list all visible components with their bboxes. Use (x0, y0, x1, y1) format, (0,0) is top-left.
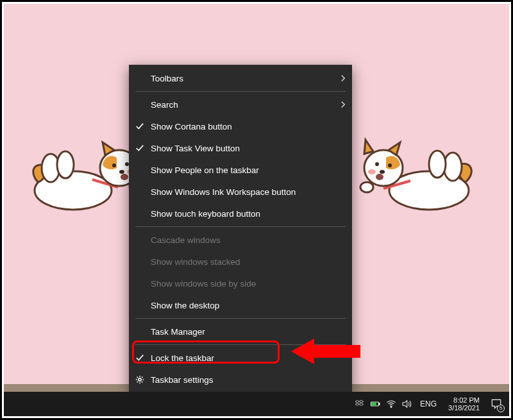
language-indicator[interactable]: ENG (416, 399, 441, 408)
menu-label: Search (151, 100, 334, 110)
clock[interactable]: 8:02 PM 3/18/2021 (444, 396, 484, 412)
menu-label: Show People on the taskbar (151, 165, 334, 175)
wallpaper-dog-right (355, 130, 477, 213)
menu-label: Toolbars (151, 74, 334, 83)
svg-rect-23 (379, 403, 380, 405)
menu-item-show-cortana[interactable]: Show Cortana button (129, 115, 352, 137)
menu-separator (135, 91, 346, 92)
svg-point-12 (429, 151, 446, 178)
svg-point-20 (139, 378, 141, 381)
svg-point-2 (57, 151, 74, 178)
check-icon (129, 122, 151, 131)
menu-label: Taskbar settings (151, 375, 334, 385)
svg-point-18 (368, 169, 376, 174)
menu-label: Show the desktop (151, 301, 334, 310)
clock-time: 8:02 PM (453, 396, 480, 404)
menu-item-show-desktop[interactable]: Show the desktop (129, 294, 352, 316)
menu-separator (135, 226, 346, 227)
svg-point-14 (375, 162, 379, 166)
menu-label: Cascade windows (151, 235, 334, 245)
svg-point-17 (376, 174, 383, 180)
gear-icon (129, 375, 151, 384)
menu-item-search[interactable]: Search (129, 94, 352, 115)
menu-item-toolbars[interactable]: Toolbars (129, 67, 352, 89)
action-center-icon[interactable]: 5 (487, 395, 505, 413)
battery-icon[interactable] (370, 398, 382, 410)
system-tray: ENG 8:02 PM 3/18/2021 5 (355, 392, 505, 416)
menu-label: Show Windows Ink Workspace button (151, 187, 334, 197)
action-center-badge: 5 (497, 405, 505, 412)
check-icon (129, 353, 151, 362)
desktop-wallpaper[interactable]: Toolbars Search Show Cortana button Show… (4, 4, 509, 416)
svg-point-25 (391, 407, 392, 408)
menu-label: Show Task View button (151, 144, 334, 153)
svg-point-4 (112, 164, 116, 167)
menu-label: Show touch keyboard button (151, 209, 334, 219)
taskbar[interactable]: ENG 8:02 PM 3/18/2021 5 (4, 392, 509, 416)
check-icon (129, 144, 151, 153)
svg-point-15 (388, 164, 392, 167)
menu-label: Show windows side by side (151, 279, 334, 289)
svg-point-6 (119, 170, 124, 174)
dropbox-icon[interactable] (355, 398, 366, 410)
svg-rect-24 (371, 403, 376, 406)
svg-point-7 (121, 174, 128, 180)
clock-date: 3/18/2021 (448, 404, 480, 412)
chevron-right-icon (334, 101, 352, 108)
menu-item-show-ink[interactable]: Show Windows Ink Workspace button (129, 181, 352, 203)
menu-item-stacked: Show windows stacked (129, 251, 352, 273)
menu-separator (135, 318, 346, 319)
menu-item-sidebyside: Show windows side by side (129, 273, 352, 294)
wifi-icon[interactable] (385, 398, 397, 410)
menu-item-show-people[interactable]: Show People on the taskbar (129, 159, 352, 181)
svg-marker-21 (291, 339, 360, 364)
menu-item-show-touchkb[interactable]: Show touch keyboard button (129, 203, 352, 224)
menu-item-cascade: Cascade windows (129, 229, 352, 251)
wallpaper-dog-left (28, 130, 144, 213)
menu-label: Show windows stacked (151, 257, 334, 267)
svg-point-19 (360, 182, 373, 192)
volume-icon[interactable] (401, 398, 412, 410)
menu-label: Task Manager (151, 327, 334, 337)
arrow-annotation (291, 336, 362, 367)
svg-point-16 (380, 170, 385, 174)
menu-item-show-taskview[interactable]: Show Task View button (129, 137, 352, 159)
menu-label: Show Cortana button (151, 122, 334, 131)
chevron-right-icon (334, 74, 352, 82)
menu-item-taskbar-settings[interactable]: Taskbar settings (129, 369, 352, 391)
screenshot-frame: Toolbars Search Show Cortana button Show… (0, 0, 513, 420)
